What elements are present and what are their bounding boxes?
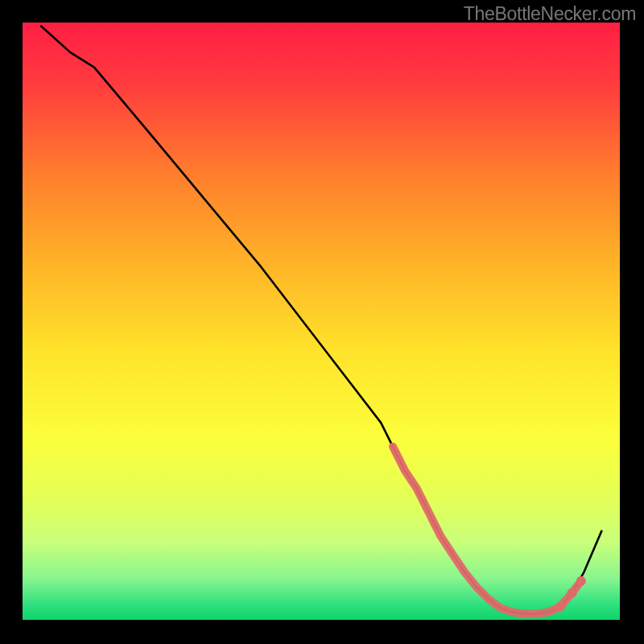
- chart-svg: [0, 0, 644, 644]
- marker-dot: [576, 576, 586, 586]
- watermark-text: TheBottleNecker.com: [464, 3, 636, 25]
- marker-dot: [568, 588, 577, 598]
- marker-dot: [555, 602, 565, 612]
- bottleneck-chart: TheBottleNecker.com: [0, 0, 644, 644]
- plot-background: [23, 23, 620, 620]
